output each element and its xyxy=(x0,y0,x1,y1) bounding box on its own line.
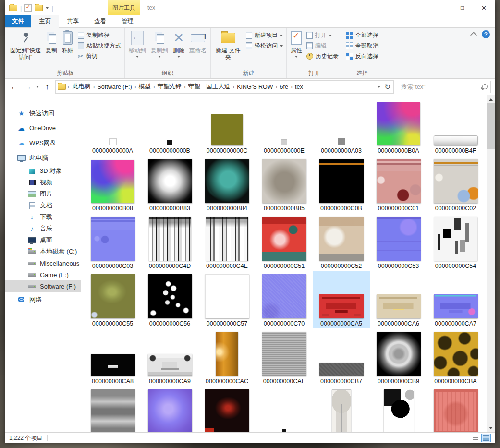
file-item[interactable]: 000000000C01 xyxy=(370,156,427,213)
collapse-ribbon-icon[interactable] xyxy=(470,32,477,38)
file-item[interactable]: 000000000B85 xyxy=(256,156,313,213)
new-folder-button[interactable]: 新建 文件夹 xyxy=(212,29,244,61)
select-none-button[interactable]: 全部取消 xyxy=(344,40,380,51)
file-item[interactable]: 000000000B0A xyxy=(370,98,427,156)
breadcrumb-segment[interactable]: 守望一国王大道 xyxy=(186,83,232,91)
search-input[interactable] xyxy=(400,83,479,91)
file-item[interactable]: 000000000B83 xyxy=(141,156,198,213)
history-button[interactable]: 历史记录 xyxy=(305,51,341,61)
tab-manage[interactable]: 管理 xyxy=(114,15,141,27)
breadcrumb-segment[interactable]: 此电脑 xyxy=(71,83,93,91)
file-item[interactable]: 000000000CA8 xyxy=(84,328,141,386)
breadcrumb-segment[interactable]: KING'S ROW xyxy=(235,84,275,90)
file-item[interactable]: 000000000CB9 xyxy=(370,328,427,386)
file-item[interactable] xyxy=(84,386,141,432)
file-item[interactable]: 00000000000A xyxy=(84,98,141,156)
file-item[interactable]: 000000000B4F xyxy=(427,98,484,156)
file-item[interactable]: 000000000C4D xyxy=(141,213,198,271)
sidebar-item[interactable]: ☁OneDrive xyxy=(5,121,81,135)
open-button[interactable]: 打开 xyxy=(305,30,341,40)
file-item[interactable]: 000000000CA7 xyxy=(427,271,484,328)
maximize-button[interactable]: □ xyxy=(451,0,473,15)
file-item[interactable]: 000000000CBA xyxy=(427,328,484,386)
copy-path-button[interactable]: 复制路径 xyxy=(76,30,123,40)
sidebar-item[interactable]: Software (F:) xyxy=(5,280,81,292)
paste-button[interactable]: 粘贴 xyxy=(60,29,76,54)
breadcrumb-segment[interactable]: tex xyxy=(293,84,305,90)
file-item[interactable]: 000000000CA6 xyxy=(370,271,427,328)
file-item[interactable] xyxy=(256,386,313,432)
file-item[interactable] xyxy=(313,386,370,432)
tab-view[interactable]: 查看 xyxy=(86,15,114,27)
file-item[interactable]: 000000000C52 xyxy=(313,213,370,271)
breadcrumb-segment[interactable]: Software (F:) xyxy=(96,84,134,90)
tab-file[interactable]: 文件 xyxy=(5,15,31,27)
tab-home[interactable]: 主页 xyxy=(31,15,59,28)
tab-share[interactable]: 共享 xyxy=(59,15,86,27)
sidebar-item[interactable]: 3D 对象 xyxy=(5,165,81,177)
forward-button[interactable]: → xyxy=(23,83,33,91)
file-item[interactable]: 000000000C4E xyxy=(198,213,256,271)
breadcrumb-segment[interactable]: 守望先锋 xyxy=(156,83,183,91)
file-item[interactable]: 00000000000E xyxy=(256,98,313,156)
file-item[interactable]: 000000000CA5 xyxy=(313,271,370,328)
file-item[interactable]: 000000000CB7 xyxy=(313,328,370,386)
minimize-button[interactable]: ─ xyxy=(430,0,451,15)
file-item[interactable]: 000000000A03 xyxy=(313,98,370,156)
sidebar-item[interactable]: ☁WPS网盘 xyxy=(5,135,81,150)
sidebar-item[interactable]: Miscellaneous (D:) xyxy=(5,257,81,269)
file-item[interactable] xyxy=(370,386,427,432)
copy-button[interactable]: 复制 xyxy=(43,29,60,54)
recent-locations-caret[interactable] xyxy=(36,86,39,89)
file-item[interactable]: 000000000C02 xyxy=(427,156,484,213)
cut-button[interactable]: ✂ 剪切 xyxy=(76,51,123,61)
sidebar-item[interactable]: 本地磁盘 (C:) xyxy=(5,246,81,257)
edit-button[interactable]: 编辑 xyxy=(305,40,341,51)
address-bar[interactable]: › 此电脑›Software (F:)›模型›守望先锋›守望一国王大道›KING… xyxy=(55,80,394,94)
file-item[interactable] xyxy=(198,386,256,432)
easy-access-button[interactable]: 轻松访问 xyxy=(244,40,285,51)
vertical-scrollbar[interactable] xyxy=(487,95,495,432)
file-item[interactable]: 000000000B84 xyxy=(198,156,256,213)
properties-qat-icon[interactable] xyxy=(24,4,32,12)
help-icon[interactable]: ? xyxy=(482,30,490,38)
file-item[interactable]: 00000000000B xyxy=(141,98,198,156)
search-icon[interactable] xyxy=(482,84,488,89)
sidebar-item[interactable]: ↓下载 xyxy=(5,211,81,223)
sidebar-item[interactable]: ♪音乐 xyxy=(5,223,81,234)
delete-button[interactable]: ✕ 删除 xyxy=(171,29,187,59)
move-to-button[interactable]: ← 移动到 xyxy=(126,29,148,59)
scroll-down-arrow[interactable] xyxy=(487,424,495,432)
invert-selection-button[interactable]: 反向选择 xyxy=(344,51,380,61)
sidebar-item[interactable]: 桌面 xyxy=(5,234,81,246)
file-item[interactable]: 000000000C55 xyxy=(84,271,141,328)
scroll-up-arrow[interactable] xyxy=(487,95,495,103)
file-item[interactable]: 000000000CAC xyxy=(198,328,256,386)
file-item[interactable] xyxy=(141,386,198,432)
sidebar-item[interactable]: 网络 xyxy=(5,292,81,307)
file-item[interactable]: 00000000000C xyxy=(198,98,256,156)
back-button[interactable]: ← xyxy=(9,83,20,91)
file-grid-area[interactable]: 00000000000A00000000000B00000000000C0000… xyxy=(81,95,487,432)
details-view-button[interactable] xyxy=(471,434,480,442)
copy-to-button[interactable]: 复制到 xyxy=(148,29,171,59)
new-folder-qat-icon[interactable] xyxy=(35,5,43,11)
sidebar-item[interactable]: 文档 xyxy=(5,200,81,211)
file-item[interactable]: 000000000CAF xyxy=(256,328,313,386)
file-item[interactable]: 000000000C53 xyxy=(370,213,427,271)
file-item[interactable]: 000000000C70 xyxy=(256,271,313,328)
up-button[interactable]: ↑ xyxy=(42,83,52,91)
properties-button[interactable]: 属性 xyxy=(288,29,305,59)
file-item[interactable]: 000000000B08 xyxy=(84,156,141,213)
new-item-button[interactable]: 新建项目 xyxy=(244,30,285,40)
qat-customize-caret[interactable] xyxy=(46,7,49,11)
picture-tools-tab[interactable]: 图片工具 xyxy=(108,0,140,15)
file-item[interactable]: 000000000C03 xyxy=(84,213,141,271)
file-item[interactable]: 000000000C56 xyxy=(141,271,198,328)
file-item[interactable] xyxy=(427,386,484,432)
sidebar-item[interactable]: 图片 xyxy=(5,188,81,200)
file-item[interactable]: 000000000C54 xyxy=(427,213,484,271)
file-item[interactable]: 000000000C0B xyxy=(313,156,370,213)
close-button[interactable]: ✕ xyxy=(473,0,495,15)
sidebar-item[interactable]: 此电脑 xyxy=(5,150,81,165)
